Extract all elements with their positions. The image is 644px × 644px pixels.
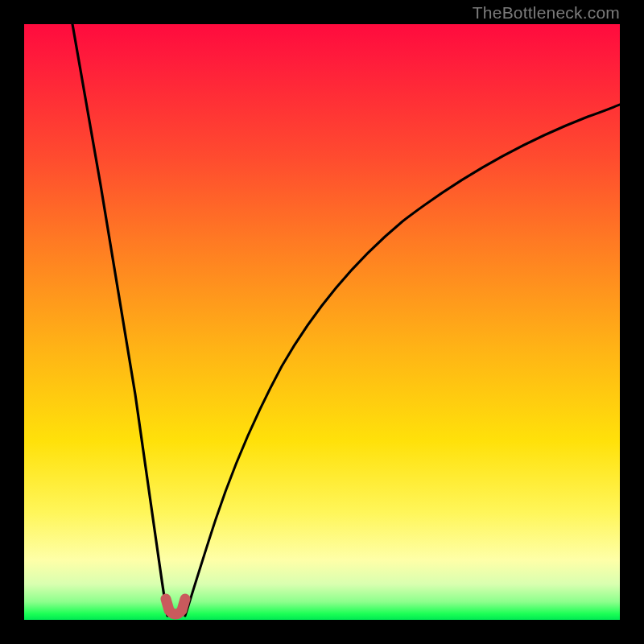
dip-marker xyxy=(166,599,185,614)
chart-svg xyxy=(24,24,620,620)
watermark-text: TheBottleneck.com xyxy=(473,3,620,23)
curve-right-branch xyxy=(185,105,620,616)
curve-left-branch xyxy=(72,24,167,616)
plot-area xyxy=(24,24,620,620)
outer-frame: TheBottleneck.com xyxy=(0,0,644,644)
